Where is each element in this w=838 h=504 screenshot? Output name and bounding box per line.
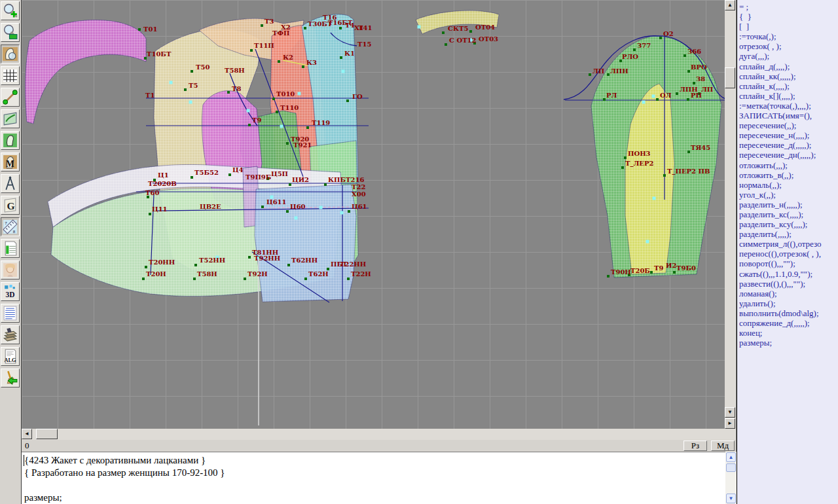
point-marker[interactable] xyxy=(228,173,231,176)
point-marker-selected[interactable] xyxy=(342,70,345,73)
pattern-canvas[interactable]: Т01Т3Т30БТТ4Т41Т10БТТ50Т5Т1Т8Т58НХ2ТФПТ1… xyxy=(22,0,725,429)
books-icon[interactable] xyxy=(1,325,20,344)
size-table-icon[interactable] xyxy=(1,239,20,258)
point-marker-selected[interactable] xyxy=(418,26,421,29)
command-item[interactable]: разделить_н(,,,,,); xyxy=(739,200,838,209)
point-marker[interactable] xyxy=(272,98,275,100)
command-item[interactable]: разделить_ксу(,,,,); xyxy=(739,219,838,229)
scroll-up-icon[interactable]: ▲ xyxy=(725,0,735,10)
command-item[interactable]: отрезок( , ); xyxy=(739,41,838,51)
ruler-icon[interactable]: 78 xyxy=(1,217,20,236)
point-marker[interactable] xyxy=(138,28,141,31)
point-marker[interactable] xyxy=(289,183,291,186)
point-marker[interactable] xyxy=(469,30,472,33)
point-marker[interactable] xyxy=(659,37,662,39)
text-list-icon[interactable] xyxy=(1,304,20,323)
point-marker-selected[interactable] xyxy=(653,197,656,200)
point-marker[interactable] xyxy=(687,151,690,153)
command-item[interactable]: угол_к(,,); xyxy=(739,190,838,200)
point-marker[interactable] xyxy=(687,70,690,73)
point-marker[interactable] xyxy=(693,82,695,84)
canvas-vertical-scrollbar[interactable]: ▲ ▼ ► xyxy=(725,0,736,429)
broom-icon[interactable] xyxy=(1,369,20,387)
command-item[interactable]: пересечение_д(,,,,,); xyxy=(739,140,838,150)
point-marker[interactable] xyxy=(302,65,304,68)
point-marker-selected[interactable] xyxy=(652,95,655,98)
point-marker-selected[interactable] xyxy=(170,81,173,84)
command-item[interactable]: дуга(,,,); xyxy=(739,51,838,61)
command-item[interactable]: перенос((),отрезок( , ), xyxy=(739,249,838,259)
point-marker-selected[interactable] xyxy=(642,101,646,104)
point-marker-selected[interactable] xyxy=(189,101,192,104)
point-marker[interactable] xyxy=(286,210,289,213)
point-marker[interactable] xyxy=(663,174,666,177)
pattern-m-icon[interactable]: M xyxy=(1,153,20,171)
command-item[interactable]: сплайн_д(,,,,); xyxy=(739,62,838,71)
command-item[interactable]: сплайн_к(,,,,); xyxy=(739,81,838,91)
md-button[interactable]: Мд xyxy=(711,441,735,451)
point-marker[interactable] xyxy=(621,166,624,169)
point-marker[interactable] xyxy=(589,73,591,76)
command-item[interactable]: пересечение_дн(,,,,,); xyxy=(739,150,838,160)
command-item[interactable]: пересечение(,,); xyxy=(739,120,838,130)
point-marker[interactable] xyxy=(278,60,280,63)
segment-icon[interactable] xyxy=(1,88,20,107)
command-item[interactable]: развести((),(),,,""); xyxy=(739,279,838,289)
command-item[interactable]: разделить_кс(,,,,); xyxy=(739,209,838,219)
command-item[interactable]: ломаная(); xyxy=(739,289,838,298)
command-item[interactable]: отложить(,,,); xyxy=(739,160,838,170)
command-item[interactable]: выполнить(dmod\alg); xyxy=(739,308,838,318)
point-marker[interactable] xyxy=(624,156,627,159)
point-marker[interactable] xyxy=(650,271,653,274)
point-marker-selected[interactable] xyxy=(340,211,344,215)
point-marker[interactable] xyxy=(346,99,349,102)
command-item[interactable]: конец; xyxy=(739,328,838,338)
point-marker[interactable] xyxy=(340,56,342,59)
canvas-horizontal-scrollbar[interactable]: ◄ xyxy=(22,429,736,440)
point-marker[interactable] xyxy=(261,206,264,208)
point-marker-selected[interactable] xyxy=(646,240,649,243)
pattern-drawing[interactable]: Т01Т3Т30БТТ4Т41Т10БТТ50Т5Т1Т8Т58НХ2ТФПТ1… xyxy=(22,0,725,429)
command-item[interactable]: разделить(,,,,); xyxy=(739,229,838,239)
zoom-window-icon[interactable] xyxy=(1,23,20,42)
command-item[interactable]: ЗАПИСАТЬ(имя=(), xyxy=(739,111,838,120)
pattern-green-icon[interactable] xyxy=(1,131,20,150)
scroll-left-icon[interactable]: ◄ xyxy=(22,429,32,439)
point-marker-selected[interactable] xyxy=(319,206,323,209)
editor-scroll-up-icon[interactable]: ▲ xyxy=(726,452,736,462)
drafting-icon[interactable] xyxy=(1,174,20,193)
point-marker[interactable] xyxy=(603,98,606,101)
command-item[interactable]: удалить(); xyxy=(739,298,838,308)
point-marker[interactable] xyxy=(324,183,327,186)
plan-icon[interactable] xyxy=(1,109,20,128)
command-item[interactable]: = ; xyxy=(739,2,838,12)
point-marker-selected[interactable] xyxy=(298,92,301,96)
point-marker[interactable] xyxy=(306,126,309,129)
point-marker-selected[interactable] xyxy=(280,125,283,128)
rz-button[interactable]: Рз xyxy=(683,441,707,451)
point-marker[interactable] xyxy=(184,88,187,91)
point-marker[interactable] xyxy=(248,256,251,259)
point-marker[interactable] xyxy=(683,54,686,57)
command-item[interactable]: размеры; xyxy=(739,338,838,348)
point-marker[interactable] xyxy=(276,111,278,113)
editor-scroll-down-icon[interactable]: ▼ xyxy=(726,494,736,503)
point-marker[interactable] xyxy=(250,49,253,52)
grafis-icon[interactable]: G xyxy=(1,196,20,215)
point-marker[interactable] xyxy=(347,278,350,280)
3d-icon[interactable]: 3D xyxy=(1,282,20,301)
point-marker[interactable] xyxy=(607,73,610,76)
point-marker[interactable] xyxy=(248,124,251,126)
command-item[interactable]: нормаль(,,); xyxy=(739,180,838,190)
point-marker[interactable] xyxy=(193,278,196,280)
point-marker[interactable] xyxy=(286,142,289,145)
point-marker[interactable] xyxy=(149,213,151,215)
point-marker-selected[interactable] xyxy=(247,109,250,113)
model-photo-icon[interactable] xyxy=(1,261,20,279)
command-item[interactable]: :=точка(,); xyxy=(739,31,838,41)
point-marker[interactable] xyxy=(142,278,145,280)
command-item[interactable]: сплайн_к[](,,,,); xyxy=(739,91,838,101)
command-item[interactable]: [ ] xyxy=(739,22,838,31)
point-marker[interactable] xyxy=(191,70,193,73)
point-marker[interactable] xyxy=(145,266,147,268)
